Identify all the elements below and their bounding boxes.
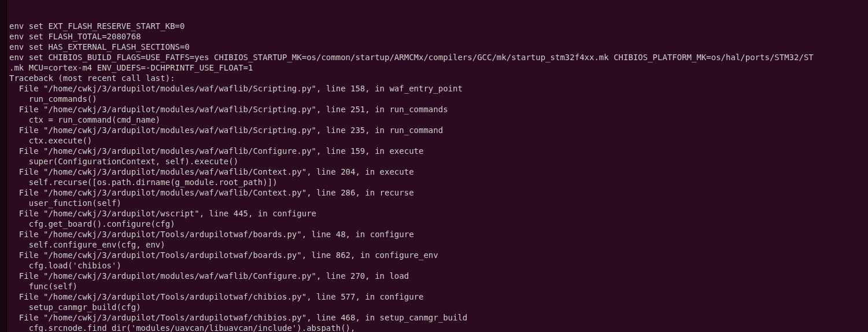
output-line: self.configure_env(cfg, env) — [9, 239, 866, 250]
output-line: File "/home/cwkj/3/ardupilot/modules/waf… — [9, 271, 866, 281]
output-line: File "/home/cwkj/3/ardupilot/Tools/ardup… — [9, 292, 866, 302]
terminal-output[interactable]: env set EXT_FLASH_RESERVE_START_KB=0env … — [7, 0, 868, 332]
output-line: self.recurse([os.path.dirname(g_module.r… — [9, 177, 866, 187]
sidebar-panel — [0, 0, 7, 332]
output-line: cfg.load('chibios') — [9, 260, 866, 271]
output-line: File "/home/cwkj/3/ardupilot/modules/waf… — [9, 125, 866, 135]
output-line: cfg.get_board().configure(cfg) — [9, 219, 866, 229]
output-line: File "/home/cwkj/3/ardupilot/modules/waf… — [9, 187, 866, 198]
output-line: env set FLASH_TOTAL=2080768 — [9, 31, 866, 42]
output-line: File "/home/cwkj/3/ardupilot/Tools/ardup… — [9, 229, 866, 239]
output-line: run_commands() — [9, 94, 866, 104]
output-line: user_function(self) — [9, 198, 866, 208]
output-line: func(self) — [9, 281, 866, 292]
output-line: Traceback (most recent call last): — [9, 73, 866, 83]
output-line: setup_canmgr_build(cfg) — [9, 302, 866, 312]
output-line: File "/home/cwkj/3/ardupilot/Tools/ardup… — [9, 250, 866, 260]
output-line: ctx = run_command(cmd_name) — [9, 115, 866, 125]
output-line: File "/home/cwkj/3/ardupilot/Tools/ardup… — [9, 312, 866, 323]
output-line: File "/home/cwkj/3/ardupilot/modules/waf… — [9, 167, 866, 177]
output-line: File "/home/cwkj/3/ardupilot/modules/waf… — [9, 104, 866, 115]
output-line: File "/home/cwkj/3/ardupilot/modules/waf… — [9, 146, 866, 156]
output-line: env set CHIBIOS_BUILD_FLAGS=USE_FATFS=ye… — [9, 52, 866, 62]
output-line: env set EXT_FLASH_RESERVE_START_KB=0 — [9, 21, 866, 31]
output-line: super(ConfigurationContext, self).execut… — [9, 156, 866, 167]
output-line: env set HAS_EXTERNAL_FLASH_SECTIONS=0 — [9, 42, 866, 52]
output-line: File "/home/cwkj/3/ardupilot/wscript", l… — [9, 208, 866, 219]
output-line: File "/home/cwkj/3/ardupilot/modules/waf… — [9, 83, 866, 94]
output-line: ctx.execute() — [9, 135, 866, 146]
output-line: .mk MCU=cortex-m4 ENV_UDEFS=-DCHPRINTF_U… — [9, 62, 866, 73]
output-line: cfg.srcnode.find_dir('modules/uavcan/lib… — [9, 323, 866, 332]
